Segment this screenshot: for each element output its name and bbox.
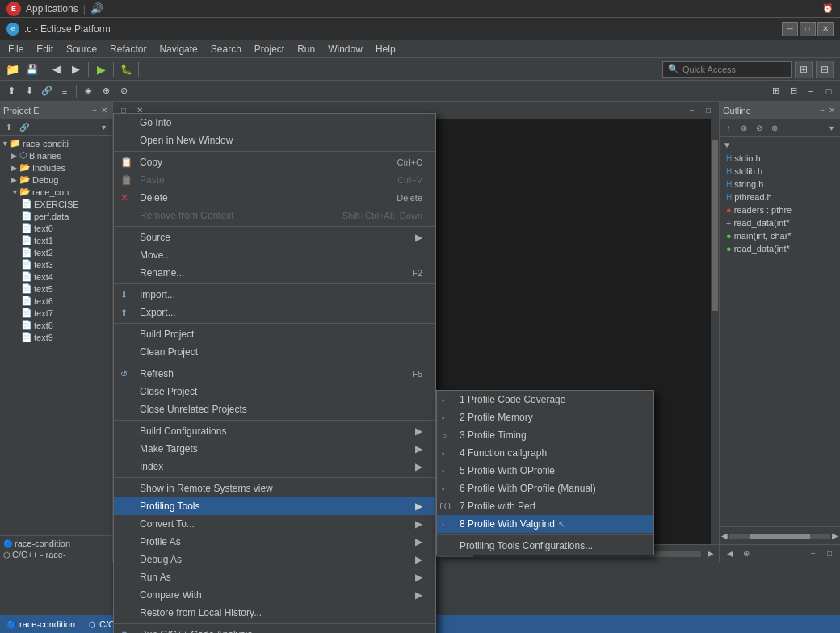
menu-run[interactable]: Run [291,42,321,57]
tree-item-project[interactable]: ▼ 📁 race-conditi [0,137,112,149]
applications-menu[interactable]: Applications [26,3,78,15]
menu-window[interactable]: Window [321,42,369,57]
ctx-item-restore-local[interactable]: Restore from Local History... [114,604,435,622]
toolbar-btn-run[interactable]: ▶ [92,61,110,78]
menu-project[interactable]: Project [248,42,291,57]
toolbar2-right-btn3[interactable]: − [803,83,819,99]
tree-item-text7[interactable]: 📄 text7 [0,307,112,319]
toolbar2-btn6[interactable]: ⊕ [98,83,114,99]
tree-item-text4[interactable]: 📄 text4 [0,270,112,283]
outline-tool2[interactable]: ⊕ [737,121,751,136]
toolbar-btn-perspective[interactable]: ⊞ [795,61,813,78]
ctx-item-import[interactable]: ⬇ Import... [114,286,435,304]
ctx-item-refresh[interactable]: ↺ Refresh F5 [114,365,435,383]
outline-tool4[interactable]: ⊗ [767,121,782,136]
outline-item-string[interactable]: H string.h [720,178,840,191]
menu-file[interactable]: File [2,42,30,57]
toolbar-btn-save[interactable]: 💾 [23,61,40,78]
toolbar-btn-new[interactable]: 📁 [3,61,21,78]
ctx-item-convert-to[interactable]: Convert To... ▶ [114,515,435,533]
toolbar2-btn3[interactable]: 🔗 [39,83,55,99]
tree-item-text6[interactable]: 📄 text6 [0,295,112,307]
tree-item-cpp-bottom[interactable]: ⬡ C/C++ - race- [0,549,112,560]
ctx-item-debug-as[interactable]: Debug As ▶ [114,551,435,568]
tree-item-text1[interactable]: 📄 text1 [0,234,112,246]
sub-item-oprofile[interactable]: ▪ 5 Profile With OProfile [437,462,653,480]
tree-item-text5[interactable]: 📄 text5 [0,283,112,295]
ctx-item-close-project[interactable]: Close Project [114,383,435,400]
panel-tool-collapse[interactable]: ⬆ [2,120,16,135]
toolbar-btn-back[interactable]: ◀ [48,61,65,78]
editor-bottom-right-btn[interactable]: ▶ [706,547,716,560]
toolbar2-right-btn2[interactable]: ⊟ [785,83,801,99]
tree-item-perfdata[interactable]: 📄 perf.data [0,210,112,222]
menu-navigate[interactable]: Navigate [153,42,204,57]
outline-item-stdlib[interactable]: H stdlib.h [720,165,840,178]
toolbar-btn-persp2[interactable]: ⊟ [816,61,834,78]
ctx-item-index[interactable]: Index ▶ [114,458,435,476]
toolbar2-right-btn1[interactable]: ⊞ [767,83,783,99]
tree-item-debug[interactable]: ▶ 📂 Debug [0,174,112,186]
tree-item-includes[interactable]: ▶ 📂 Includes [0,161,112,174]
toolbar2-btn4[interactable]: ≡ [57,83,73,99]
ctx-item-build[interactable]: Build Project [114,325,435,343]
r-tool2[interactable]: ⊕ [739,547,754,561]
quick-access-box[interactable]: 🔍 Quick Access [662,61,792,78]
outline-close[interactable]: ✕ [827,105,837,115]
toolbar2-btn5[interactable]: ◈ [80,83,96,99]
minimize-btn[interactable]: ─ [782,22,798,36]
toolbar2-btn7[interactable]: ⊘ [116,83,132,99]
toolbar-btn-fwd[interactable]: ▶ [67,61,85,78]
sub-item-profile-timing[interactable]: ○ 3 Profile Timing [437,426,653,444]
ctx-item-close-unrelated[interactable]: Close Unrelated Projects [114,400,435,418]
ctx-item-move[interactable]: Move... [114,246,435,264]
ctx-item-build-config[interactable]: Build Configurations ▶ [114,422,435,440]
ctx-item-remove-context[interactable]: Remove from Context Shift+Ctrl+Alt+Down [114,207,435,224]
outline-item-readdata1[interactable]: + read_data(int* [720,216,840,229]
maximize-btn[interactable]: □ [800,22,816,36]
outline-item-pthread[interactable]: H pthread.h [720,191,840,203]
menu-refactor[interactable]: Refactor [103,42,153,57]
panel-collapse-icon[interactable]: − [90,105,99,115]
r-tool3[interactable]: − [806,547,821,561]
sub-item-valgrind[interactable]: ▪ 8 Profile With Valgrind ↖ [437,515,653,533]
tree-item-text8[interactable]: 📄 text8 [0,319,112,331]
ctx-item-profile-as[interactable]: Profile As ▶ [114,533,435,551]
menu-help[interactable]: Help [369,42,402,57]
outline-item-main[interactable]: ● main(int, char* [720,229,840,242]
ctx-item-make-targets[interactable]: Make Targets ▶ [114,440,435,458]
outline-item-stdio[interactable]: H stdio.h [720,152,840,165]
toolbar2-right-btn4[interactable]: □ [821,83,837,99]
menu-edit[interactable]: Edit [30,42,60,57]
sub-item-profile-memory[interactable]: ▪ 2 Profile Memory [437,409,653,426]
tree-item-text2[interactable]: 📄 text2 [0,246,112,258]
editor-pin[interactable]: − [685,103,699,118]
outline-scroll-left[interactable]: ◀ [721,531,728,540]
editor-max[interactable]: □ [701,103,716,118]
tree-item-race-bottom[interactable]: 🔵 race-condition [0,538,112,549]
ctx-item-show-remote[interactable]: Show in Remote Systems view [114,480,435,497]
outline-scroll-right[interactable]: ▶ [832,531,838,540]
sub-item-callgraph[interactable]: ▪ 4 Function callgraph [437,444,653,462]
ctx-item-profiling-tools[interactable]: Profiling Tools ▶ [114,497,435,515]
tree-item-binaries[interactable]: ▶ ⬡ Binaries [0,149,112,161]
editor-scrollbar[interactable] [711,119,719,544]
ctx-item-paste[interactable]: 📋 Paste Ctrl+V [114,171,435,189]
outline-collapse[interactable]: − [818,105,826,115]
ctx-item-export[interactable]: ⬆ Export... [114,304,435,321]
outline-item-readdata2[interactable]: ● read_data(int* [720,242,840,255]
sub-item-perf[interactable]: f() 7 Profile with Perf [437,497,653,515]
tree-item-race[interactable]: ▼ 📂 race_con [0,186,112,198]
outline-tool3[interactable]: ⊘ [752,121,766,136]
ctx-item-source[interactable]: Source ▶ [114,228,435,246]
ctx-item-run-as[interactable]: Run As ▶ [114,568,435,586]
outline-menu[interactable]: ▾ [824,121,838,136]
ctx-item-compare-with[interactable]: Compare With ▶ [114,586,435,604]
panel-tool-menu[interactable]: ▾ [96,120,111,135]
close-btn[interactable]: ✕ [817,22,834,36]
tree-item-text0[interactable]: 📄 text0 [0,222,112,234]
toolbar2-btn2[interactable]: ⬇ [21,83,37,99]
tree-item-text3[interactable]: 📄 text3 [0,258,112,270]
outline-tool1[interactable]: ↑ [721,121,736,136]
toolbar2-btn1[interactable]: ⬆ [3,83,19,99]
